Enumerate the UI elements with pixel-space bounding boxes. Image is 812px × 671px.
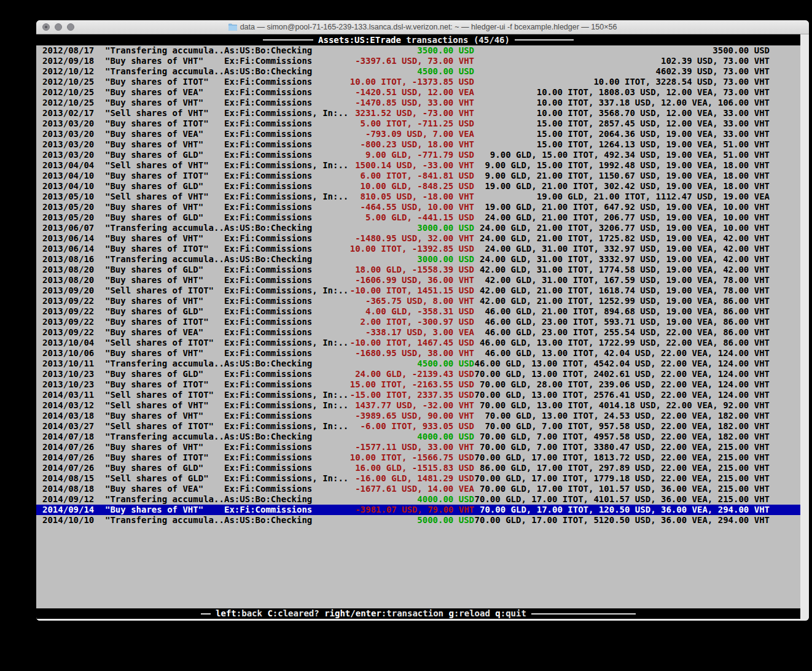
transaction-row[interactable]: 2014/03/12"Sell shares of VHT"Ex:Fi:Comm… xyxy=(36,400,800,411)
transaction-row[interactable]: 2012/10/12"Transfering accumula..As:US:B… xyxy=(36,66,800,77)
transaction-row[interactable]: 2013/04/04"Sell shares of VHT"Ex:Fi:Comm… xyxy=(36,160,800,171)
transaction-other-accounts: Ex:Fi:Commissions xyxy=(224,150,349,160)
transaction-row[interactable]: 2014/07/26"Buy shares of GLD"Ex:Fi:Commi… xyxy=(36,463,800,473)
transaction-row[interactable]: 2013/06/14"Buy shares of VHT"Ex:Fi:Commi… xyxy=(36,233,800,244)
transaction-row[interactable]: 2013/09/22"Buy shares of VHT"Ex:Fi:Commi… xyxy=(36,296,800,306)
transaction-amount: 10.00 ITOT, -1566.75 USD xyxy=(349,452,474,463)
transaction-row[interactable]: 2013/03/20"Buy shares of VEA"Ex:Fi:Commi… xyxy=(36,129,800,139)
transaction-row[interactable]: 2012/10/25"Buy shares of VHT"Ex:Fi:Commi… xyxy=(36,98,800,108)
zoom-button[interactable] xyxy=(67,23,74,31)
transaction-row[interactable]: 2013/10/23"Buy shares of ITOT"Ex:Fi:Comm… xyxy=(36,379,800,390)
transaction-row[interactable]: 2013/10/11"Transfering accumula..As:US:B… xyxy=(36,359,800,369)
transaction-row[interactable]: 2014/10/10"Transfering accumula..As:US:B… xyxy=(36,515,800,526)
transaction-other-accounts: As:US:Bo:Checking xyxy=(224,432,349,442)
transaction-description: "Sell shares of VHT" xyxy=(105,160,224,171)
transaction-row[interactable]: 2014/03/18"Buy shares of VHT"Ex:Fi:Commi… xyxy=(36,411,800,421)
transaction-row[interactable]: 2014/09/12"Transfering accumula..As:US:B… xyxy=(36,494,800,505)
transaction-description: "Transfering accumula.. xyxy=(105,223,224,233)
transaction-description: "Buy shares of VHT" xyxy=(105,411,224,421)
running-balance: 70.00 GLD, 7.00 ITOT, 957.58 USD, 22.00 … xyxy=(474,421,770,432)
transaction-date: 2013/04/10 xyxy=(42,181,105,192)
scrollbar-track[interactable] xyxy=(800,34,809,621)
transaction-row[interactable]: 2013/10/23"Buy shares of GLD"Ex:Fi:Commi… xyxy=(36,369,800,379)
key-hint-key: q xyxy=(495,608,500,618)
transaction-description: "Buy shares of GLD" xyxy=(105,369,224,379)
transaction-amount: 10.00 ITOT, -1373.85 USD xyxy=(349,77,474,87)
transaction-description: "Buy shares of ITOT" xyxy=(105,379,224,390)
transaction-amount: 16.00 GLD, -1515.83 USD xyxy=(349,463,474,473)
transaction-row[interactable]: 2013/04/10"Buy shares of ITOT"Ex:Fi:Comm… xyxy=(36,171,800,181)
footer-rule-right xyxy=(531,613,636,615)
transaction-other-accounts: As:US:Bo:Checking xyxy=(224,254,349,265)
transaction-row[interactable]: 2013/08/16"Transfering accumula..As:US:B… xyxy=(36,254,800,265)
transaction-description: "Buy shares of VHT" xyxy=(105,505,224,515)
transaction-amount: -1606.99 USD, 36.00 VHT xyxy=(349,275,474,285)
transaction-row[interactable]: 2014/03/27"Sell shares of ITOT"Ex:Fi:Com… xyxy=(36,421,800,432)
transaction-other-accounts: Ex:Fi:Commissions, In:.. xyxy=(224,285,349,296)
register-subtitle: transactions (45/46) xyxy=(406,35,510,45)
empty-terminal-area xyxy=(36,526,800,608)
transaction-row[interactable]: 2013/03/20"Buy shares of ITOT"Ex:Fi:Comm… xyxy=(36,118,800,129)
transaction-description: "Buy shares of GLD" xyxy=(105,306,224,317)
transaction-amount: -338.17 USD, 3.00 VEA xyxy=(349,327,474,338)
transaction-row[interactable]: 2013/04/10"Buy shares of GLD"Ex:Fi:Commi… xyxy=(36,181,800,192)
transaction-row[interactable]: 2014/08/18"Buy shares of VEA"Ex:Fi:Commi… xyxy=(36,484,800,494)
transaction-other-accounts: Ex:Fi:Commissions xyxy=(224,327,349,338)
transaction-amount: 5.00 ITOT, -711.25 USD xyxy=(349,118,474,129)
transaction-row[interactable]: 2013/02/17"Sell shares of VHT"Ex:Fi:Comm… xyxy=(36,108,800,118)
transaction-row[interactable]: 2014/07/26"Buy shares of VHT"Ex:Fi:Commi… xyxy=(36,442,800,452)
transaction-row[interactable]: 2014/08/15"Sell shares of GLD"Ex:Fi:Comm… xyxy=(36,473,800,484)
transaction-row[interactable]: 2012/10/25"Buy shares of VEA"Ex:Fi:Commi… xyxy=(36,87,800,98)
close-button[interactable] xyxy=(42,23,50,31)
transaction-row[interactable]: 2012/09/18"Buy shares of VHT"Ex:Fi:Commi… xyxy=(36,56,800,66)
running-balance: 86.00 GLD, 17.00 ITOT, 297.89 USD, 22.00… xyxy=(474,463,770,473)
hledger-ui-screen: Assets:US:ETrade transactions (45/46) 20… xyxy=(36,34,800,621)
transaction-row[interactable]: 2013/10/06"Buy shares of VHT"Ex:Fi:Commi… xyxy=(36,348,800,359)
transaction-other-accounts: Ex:Fi:Commissions xyxy=(224,87,349,98)
transaction-row[interactable]: 2013/05/20"Buy shares of GLD"Ex:Fi:Commi… xyxy=(36,212,800,223)
transaction-other-accounts: Ex:Fi:Commissions xyxy=(224,233,349,244)
transaction-row[interactable]: 2014/07/18"Transfering accumula..As:US:B… xyxy=(36,432,800,442)
transaction-date: 2013/06/07 xyxy=(42,223,105,233)
window-titlebar[interactable]: data — simon@pool-71-165-239-133.lsanca.… xyxy=(36,20,809,34)
footer-rule-left xyxy=(201,613,211,615)
transaction-amount: 1437.77 USD, -32.00 VHT xyxy=(349,400,474,411)
transaction-amount: -10.00 ITOT, 1467.45 USD xyxy=(349,338,474,348)
transaction-date: 2013/10/06 xyxy=(42,348,105,359)
transaction-other-accounts: Ex:Fi:Commissions xyxy=(224,265,349,275)
transaction-date: 2013/05/20 xyxy=(42,202,105,212)
terminal-window: data — simon@pool-71-165-239-133.lsanca.… xyxy=(36,20,809,621)
transaction-row[interactable]: 2012/10/25"Buy shares of ITOT"Ex:Fi:Comm… xyxy=(36,77,800,87)
transaction-row[interactable]: 2013/09/22"Buy shares of GLD"Ex:Fi:Commi… xyxy=(36,306,800,317)
transaction-row[interactable]: 2013/09/22"Buy shares of VEA"Ex:Fi:Commi… xyxy=(36,327,800,338)
transaction-row[interactable]: 2012/08/17"Transfering accumula..As:US:B… xyxy=(36,45,800,56)
transaction-description: "Buy shares of VEA" xyxy=(105,87,224,98)
transaction-description: "Transfering accumula.. xyxy=(105,254,224,265)
transaction-amount: 3000.00 USD xyxy=(349,254,474,265)
running-balance: 46.00 GLD, 23.00 ITOT, 255.54 USD, 22.00… xyxy=(474,327,770,338)
transaction-other-accounts: As:US:Bo:Checking xyxy=(224,359,349,369)
transaction-amount: 5000.00 USD xyxy=(349,515,474,526)
transaction-row[interactable]: 2013/06/14"Buy shares of ITOT"Ex:Fi:Comm… xyxy=(36,244,800,254)
transaction-row[interactable]: 2014/07/26"Buy shares of ITOT"Ex:Fi:Comm… xyxy=(36,452,800,463)
transaction-description: "Buy shares of GLD" xyxy=(105,150,224,160)
transaction-row[interactable]: 2014/09/14"Buy shares of VHT"Ex:Fi:Commi… xyxy=(36,505,800,515)
transaction-row[interactable]: 2013/08/20"Buy shares of VHT"Ex:Fi:Commi… xyxy=(36,275,800,285)
desktop: data — simon@pool-71-165-239-133.lsanca.… xyxy=(0,0,812,671)
register-title: Assets:US:ETrade transactions (45/46) xyxy=(318,35,510,45)
transaction-row[interactable]: 2013/06/07"Transfering accumula..As:US:B… xyxy=(36,223,800,233)
transaction-other-accounts: As:US:Bo:Checking xyxy=(224,45,349,56)
transaction-amount: 4000.00 USD xyxy=(349,494,474,505)
running-balance: 19.00 GLD, 21.00 ITOT, 1112.47 USD, 19.0… xyxy=(474,192,770,202)
transaction-row[interactable]: 2013/10/04"Sell shares of ITOT"Ex:Fi:Com… xyxy=(36,338,800,348)
transaction-other-accounts: As:US:Bo:Checking xyxy=(224,515,349,526)
transaction-row[interactable]: 2013/09/22"Buy shares of ITOT"Ex:Fi:Comm… xyxy=(36,317,800,327)
transaction-row[interactable]: 2013/03/20"Buy shares of VHT"Ex:Fi:Commi… xyxy=(36,139,800,150)
transaction-row[interactable]: 2013/05/10"Sell shares of VHT"Ex:Fi:Comm… xyxy=(36,192,800,202)
transaction-row[interactable]: 2013/05/20"Buy shares of VHT"Ex:Fi:Commi… xyxy=(36,202,800,212)
transaction-row[interactable]: 2013/09/20"Sell shares of ITOT"Ex:Fi:Com… xyxy=(36,285,800,296)
minimize-button[interactable] xyxy=(55,23,62,31)
transaction-row[interactable]: 2014/03/11"Sell shares of ITOT"Ex:Fi:Com… xyxy=(36,390,800,400)
transaction-row[interactable]: 2013/08/20"Buy shares of GLD"Ex:Fi:Commi… xyxy=(36,265,800,275)
transaction-row[interactable]: 2013/03/20"Buy shares of GLD"Ex:Fi:Commi… xyxy=(36,150,800,160)
